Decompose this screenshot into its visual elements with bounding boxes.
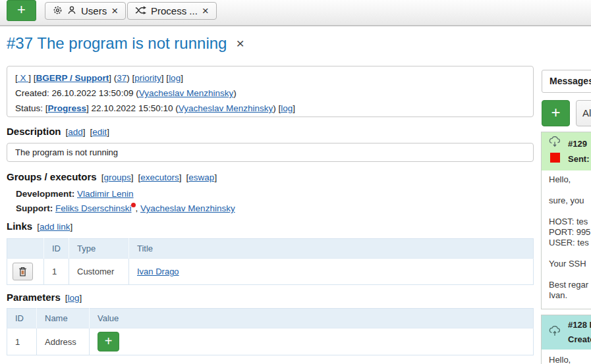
shuffle-icon	[135, 5, 146, 16]
user-icon	[67, 5, 76, 17]
info-line-created: Created: 26.10.2022 13:50:09 (Vyacheslav…	[15, 86, 525, 101]
parameters-table-header: ID Name Value	[7, 309, 534, 328]
status-log-link[interactable]: log	[281, 103, 293, 113]
gear-icon	[53, 5, 63, 17]
executor-row-support: Support: Feliks Dserschinski, Vyacheslav…	[16, 203, 235, 213]
cell-type: Customer	[69, 259, 129, 285]
page-title: #37 The program is not running	[7, 34, 227, 53]
message-body: Hello,	[542, 350, 591, 364]
delete-link-button[interactable]	[13, 263, 33, 280]
add-message-button[interactable]: +	[542, 100, 570, 126]
column-header-name: Name	[37, 309, 90, 328]
column-header-value: Value	[90, 309, 534, 328]
info-line-status: Status: [Progress] 22.10.2022 15:50:10 (…	[15, 101, 525, 116]
notification-dot	[131, 203, 136, 207]
message-subtitle: Create	[568, 332, 591, 347]
close-icon[interactable]: ×	[202, 5, 209, 16]
column-header-actions	[7, 239, 44, 259]
cell-id: 1	[44, 259, 69, 285]
parameters-table: ID Name Value 1 Address +	[7, 308, 534, 355]
tab-process[interactable]: Process ... ×	[127, 2, 217, 20]
table-row: 1 Customer Ivan Drago	[7, 259, 534, 285]
links-table-header: ID Type Title	[7, 239, 534, 259]
column-header-title: Title	[129, 239, 534, 259]
executors-link[interactable]: executors	[140, 172, 179, 182]
links-table: ID Type Title 1 Customer Ivan Drago	[7, 238, 534, 285]
tab-label: Process ...	[151, 5, 198, 16]
message-subtitle: Sent:	[568, 151, 590, 167]
tab-messages[interactable]: Messages	[542, 70, 591, 93]
groups-executors-heading: Groups / executors[groups][executors][es…	[7, 171, 217, 182]
executor-link[interactable]: Vladimir Lenin	[77, 189, 134, 199]
created-user-link[interactable]: Vyacheslav Menzhinsky	[139, 88, 234, 98]
message-header[interactable]: #128 E Create	[542, 315, 591, 350]
cloud-upload-icon	[548, 326, 561, 339]
groups-link[interactable]: groups	[103, 172, 130, 182]
description-value-box: The program is not running	[7, 143, 534, 162]
page-title-row: #37 The program is not running ×	[7, 34, 244, 53]
priority-link[interactable]: priority	[134, 73, 161, 83]
close-process-link[interactable]: X	[18, 73, 29, 83]
process-info-box: [ X ] [BGERP / Support] (37) [priority] …	[7, 66, 534, 117]
links-heading: Links[add link]	[7, 221, 72, 232]
add-parameter-value-button[interactable]: +	[98, 332, 119, 351]
link-title-link[interactable]: Ivan Drago	[137, 267, 179, 276]
message-id: #129	[568, 136, 590, 151]
message-body: Hello, sure, you HOST: tesPORT: 995USER:…	[542, 170, 591, 309]
message-card: #128 E Create Hello,	[541, 315, 591, 364]
cell-id: 1	[7, 328, 37, 355]
close-icon[interactable]: ×	[236, 36, 244, 51]
parameters-heading: Parameters[log]	[7, 292, 82, 303]
cloud-download-icon	[548, 136, 561, 149]
executor-row-development: Development: Vladimir Lenin	[16, 189, 134, 199]
message-card: #129 Sent: Hello, sure, you HOST: tesPOR…	[541, 132, 591, 309]
process-id-link[interactable]: 37	[117, 73, 127, 83]
column-header-id: ID	[7, 309, 37, 328]
red-flag-marker	[550, 153, 560, 163]
add-link-link[interactable]: add link	[40, 222, 70, 232]
eswap-link[interactable]: eswap	[188, 172, 214, 182]
trash-icon	[18, 267, 27, 276]
project-link[interactable]: BGERP / Support	[36, 73, 109, 83]
info-line-actions: [ X ] [BGERP / Support] (37) [priority] …	[15, 70, 525, 86]
top-tab-bar: + Users × Process ... ×	[0, 0, 591, 26]
log-link[interactable]: log	[169, 73, 181, 83]
table-row: 1 Address +	[7, 328, 534, 355]
column-header-id: ID	[44, 239, 69, 259]
status-user-link[interactable]: Vyacheslav Menzhinsky	[179, 103, 273, 113]
add-tab-button[interactable]: +	[7, 0, 36, 21]
description-edit-link[interactable]: edit	[92, 127, 107, 137]
description-add-link[interactable]: add	[68, 127, 83, 137]
messages-filter-all-button[interactable]: All	[576, 100, 591, 126]
cell-name: Address	[37, 328, 90, 355]
executor-link[interactable]: Feliks Dserschinski	[55, 203, 132, 213]
executor-link[interactable]: Vyacheslav Menzhinsky	[140, 203, 235, 213]
description-heading: Description[add][edit]	[7, 126, 109, 137]
message-id: #128 E	[568, 318, 591, 332]
message-header[interactable]: #129 Sent:	[542, 132, 591, 170]
tab-label: Users	[81, 5, 107, 16]
column-header-type: Type	[69, 239, 129, 259]
tab-users[interactable]: Users ×	[45, 2, 126, 20]
close-icon[interactable]: ×	[111, 5, 118, 16]
status-link[interactable]: Progress	[48, 103, 87, 113]
parameters-log-link[interactable]: log	[68, 293, 80, 303]
